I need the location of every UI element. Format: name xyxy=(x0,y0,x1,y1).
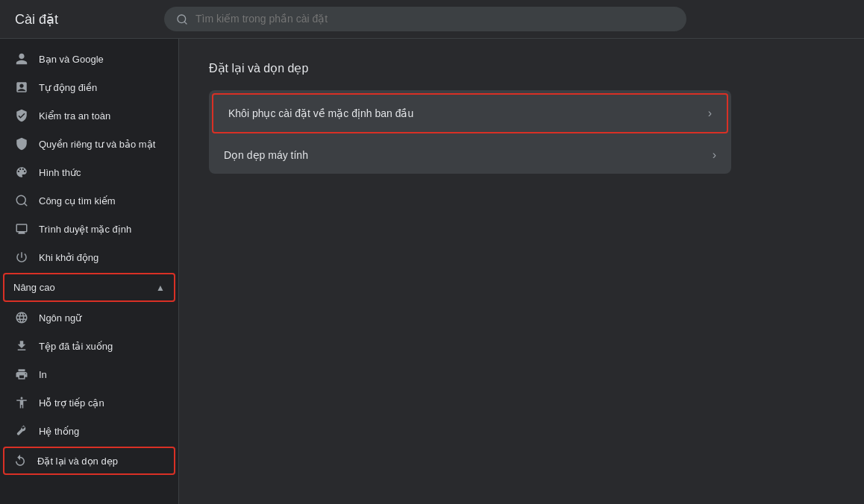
wrench-icon xyxy=(15,424,28,438)
sidebar-label: Bạn và Google xyxy=(39,54,166,65)
person-icon xyxy=(15,52,28,66)
header: Cài đặt xyxy=(0,0,864,39)
page-title: Cài đặt xyxy=(15,11,164,28)
settings-row-label: Dọn dẹp máy tính xyxy=(224,149,713,161)
download-icon xyxy=(15,339,28,353)
search-icon xyxy=(15,194,28,207)
chevron-up-icon: ▲ xyxy=(156,283,165,293)
sidebar-label: Trình duyệt mặc định xyxy=(39,224,166,235)
sidebar-item-he-thong[interactable]: Hệ thống xyxy=(0,417,178,445)
sidebar-item-tep-da-tai-xuong[interactable]: Tệp đã tải xuống xyxy=(0,332,178,360)
sidebar-label: In xyxy=(39,369,166,380)
sidebar-item-ban-va-google[interactable]: Bạn và Google xyxy=(0,45,178,73)
content-title: Đặt lại và dọn dẹp xyxy=(209,61,834,75)
sidebar-item-cong-cu-tim-kiem[interactable]: Công cụ tìm kiếm xyxy=(0,186,178,215)
sidebar-label: Quyền riêng tư và bảo mật xyxy=(39,139,166,150)
sidebar-item-ho-tro-tiep-can[interactable]: Hỗ trợ tiếp cận xyxy=(0,388,178,417)
sidebar-label: Khi khởi động xyxy=(39,252,166,263)
power-icon xyxy=(15,251,28,264)
sidebar-label: Hệ thống xyxy=(39,426,166,437)
chevron-right-icon: › xyxy=(713,148,716,162)
shield-icon xyxy=(15,137,28,151)
settings-row-khoi-phuc[interactable]: Khôi phục cài đặt về mặc định ban đầu › xyxy=(212,93,728,133)
sidebar-label: Công cụ tìm kiếm xyxy=(39,195,166,207)
settings-card: Khôi phục cài đặt về mặc định ban đầu › … xyxy=(209,90,731,174)
sidebar: Bạn và Google Tự động điền Kiểm tra an t… xyxy=(0,39,179,504)
chevron-right-icon: › xyxy=(708,107,712,120)
section-nang-cao[interactable]: Nâng cao ▲ xyxy=(3,273,175,302)
settings-row-don-dep[interactable]: Dọn dẹp máy tính › xyxy=(209,136,731,174)
sidebar-item-khi-khoi-dong[interactable]: Khi khởi động xyxy=(0,243,178,271)
search-input[interactable] xyxy=(195,13,674,25)
sidebar-item-ngon-ngu[interactable]: Ngôn ngữ xyxy=(0,303,178,332)
monitor-icon xyxy=(15,222,28,236)
sidebar-label: Ngôn ngữ xyxy=(39,312,166,324)
svg-line-3 xyxy=(24,203,26,205)
sidebar-item-quyen-rieng-tu[interactable]: Quyền riêng tư và bảo mật xyxy=(0,130,178,158)
globe-icon xyxy=(15,311,28,324)
sidebar-item-trinh-duyet-mac-dinh[interactable]: Trình duyệt mặc định xyxy=(0,215,178,243)
content-area: Đặt lại và dọn dẹp Khôi phục cài đặt về … xyxy=(179,39,864,504)
sidebar-label: Hỗ trợ tiếp cận xyxy=(39,397,166,409)
sidebar-item-kiem-tra-an-toan[interactable]: Kiểm tra an toàn xyxy=(0,101,178,130)
sidebar-item-in[interactable]: In xyxy=(0,360,178,388)
svg-line-1 xyxy=(184,22,187,24)
sidebar-label: Hình thức xyxy=(39,167,166,178)
shield-check-icon xyxy=(15,109,28,122)
main-layout: Bạn và Google Tự động điền Kiểm tra an t… xyxy=(0,39,864,504)
sidebar-label: Kiểm tra an toàn xyxy=(39,110,166,122)
palette-icon xyxy=(15,166,28,179)
sidebar-label: Tự động điền xyxy=(39,82,166,93)
search-icon xyxy=(176,13,188,25)
badge-icon xyxy=(15,81,28,94)
sidebar-label: Tệp đã tải xuống xyxy=(39,341,166,352)
sidebar-item-hinh-thuc[interactable]: Hình thức xyxy=(0,158,178,186)
accessibility-icon xyxy=(15,396,28,409)
reset-icon xyxy=(13,454,27,467)
sidebar-label: Đặt lại và dọn dẹp xyxy=(37,456,165,467)
section-nang-cao-label: Nâng cao xyxy=(13,282,150,293)
search-bar[interactable] xyxy=(164,7,686,31)
sidebar-item-dat-lai-va-don-dep[interactable]: Đặt lại và dọn dẹp xyxy=(3,447,175,475)
sidebar-item-tu-dong-dien[interactable]: Tự động điền xyxy=(0,73,178,101)
settings-row-label: Khôi phục cài đặt về mặc định ban đầu xyxy=(228,107,708,119)
print-icon xyxy=(15,368,28,381)
